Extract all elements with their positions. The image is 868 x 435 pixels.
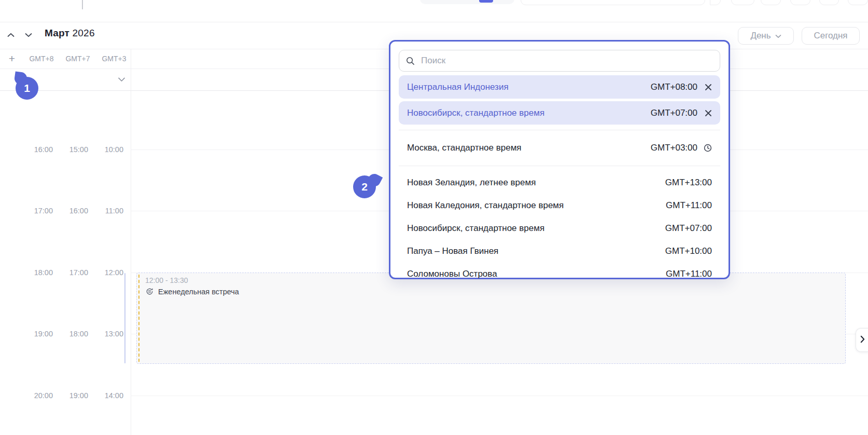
timezone-name: Папуа – Новая Гвинея <box>407 246 665 256</box>
time-label: 17:00 <box>17 205 53 216</box>
divider <box>399 166 720 166</box>
toolbar-button-fragment[interactable] <box>761 0 781 5</box>
remove-timezone-icon[interactable] <box>705 84 712 91</box>
timezone-offset: GMT+10:00 <box>665 246 712 256</box>
add-timezone-button[interactable]: + <box>5 51 19 66</box>
timezone-offset: GMT+11:00 <box>666 269 712 279</box>
next-day-button[interactable] <box>22 29 35 41</box>
timezone-offset: GMT+13:00 <box>665 178 712 188</box>
view-mode-label: День <box>750 31 771 41</box>
time-label: 17:00 <box>52 267 88 278</box>
selected-timezone-row[interactable]: Центральная Индонезия GMT+08:00 <box>399 75 720 99</box>
clock-icon <box>704 144 712 152</box>
timezone-name: Новая Зеландия, летнее время <box>407 178 665 188</box>
timezone-name: Новосибирск, стандартное время <box>407 108 651 118</box>
timezone-name: Центральная Индонезия <box>407 82 651 92</box>
time-axis-row: 16:00 15:00 10:00 <box>0 144 131 155</box>
event-color-accent <box>138 275 139 362</box>
today-label: Сегодня <box>814 31 847 41</box>
timezone-name: Новосибирск, стандартное время <box>407 223 665 234</box>
toolbar-button-fragment[interactable] <box>710 0 721 5</box>
timezone-search-input[interactable] <box>420 55 713 66</box>
time-label: 15:00 <box>52 144 88 155</box>
annotation-number: 2 <box>361 181 368 193</box>
chevron-down-icon <box>775 31 781 41</box>
time-label: 11:00 <box>87 205 123 216</box>
time-axis-row: 20:00 19:00 14:00 <box>0 390 131 401</box>
timezone-offset: GMT+11:00 <box>666 200 712 211</box>
expand-allday-button[interactable] <box>116 75 127 84</box>
year-label: 2026 <box>73 28 95 38</box>
timezone-option[interactable]: Соломоновы Острова GMT+11:00 <box>399 263 720 286</box>
time-label: 16:00 <box>17 144 53 155</box>
hour-gridline <box>131 396 868 396</box>
timezone-option[interactable]: Новая Зеландия, летнее время GMT+13:00 <box>399 171 720 194</box>
time-axis-divider <box>131 49 131 435</box>
annotation-step-1-badge: 1 <box>16 77 38 100</box>
toolbar-button-fragment[interactable] <box>848 0 868 5</box>
timezone-option[interactable]: Папуа – Новая Гвинея GMT+10:00 <box>399 240 720 263</box>
recurring-event-icon <box>145 287 154 296</box>
toolbar-active-indicator <box>479 0 493 3</box>
chevron-down-icon <box>25 31 32 39</box>
toolbar-search-fragment[interactable] <box>521 0 705 5</box>
event-time-range-marker <box>124 273 125 363</box>
time-label: 12:00 <box>87 267 123 278</box>
page-title: Март 2026 <box>45 28 95 39</box>
annotation-number: 1 <box>24 82 30 94</box>
timezone-name: Москва, стандартное время <box>407 143 651 153</box>
timezone-name: Соломоновы Острова <box>407 269 666 279</box>
time-label: 18:00 <box>52 328 88 339</box>
top-divider <box>0 22 868 22</box>
timezone-offset: GMT+03:00 <box>651 143 697 153</box>
toolbar-fragment-divider <box>82 0 83 9</box>
calendar-day-view: Март 2026 День Сегодня + GMT+8 GMT+7 GMT… <box>0 0 868 435</box>
view-mode-dropdown[interactable]: День <box>738 27 794 45</box>
time-label: 19:00 <box>17 328 53 339</box>
timezone-option[interactable]: Новая Каледония, стандартное время GMT+1… <box>399 194 720 217</box>
remove-timezone-icon[interactable] <box>705 110 712 117</box>
timezone-option[interactable]: Новосибирск, стандартное время GMT+07:00 <box>399 217 720 240</box>
timezone-offset: GMT+07:00 <box>665 223 712 234</box>
time-axis-row: 17:00 16:00 11:00 <box>0 205 131 216</box>
prev-day-button[interactable] <box>4 29 18 41</box>
time-label: 16:00 <box>52 205 88 216</box>
today-button[interactable]: Сегодня <box>802 27 860 45</box>
time-axis-row: 18:00 17:00 12:00 <box>0 267 131 278</box>
timezone-search-box[interactable] <box>399 50 720 72</box>
timezone-picker-popup: Центральная Индонезия GMT+08:00 Новосиби… <box>389 40 730 279</box>
scroll-right-button[interactable] <box>856 328 868 352</box>
timezone-offset: GMT+07:00 <box>651 108 697 118</box>
toolbar-segmented-control-fragment[interactable] <box>420 0 514 4</box>
chevron-down-icon <box>118 76 125 84</box>
divider <box>399 130 720 130</box>
time-label: 19:00 <box>52 390 88 401</box>
toolbar-button-fragment[interactable] <box>819 0 839 5</box>
timezone-column-header: GMT+7 <box>61 49 94 69</box>
annotation-step-2-badge: 2 <box>353 175 376 198</box>
time-label: 10:00 <box>87 144 123 155</box>
time-label: 18:00 <box>17 267 53 278</box>
event-weekly-meeting[interactable]: 12:00 - 13:30 Еженедельная встреча <box>136 273 846 364</box>
time-label: 14:00 <box>87 390 123 401</box>
selected-timezone-row[interactable]: Новосибирск, стандартное время GMT+07:00 <box>399 101 720 125</box>
timezone-name: Новая Каледония, стандартное время <box>407 200 666 211</box>
current-timezone-row[interactable]: Москва, стандартное время GMT+03:00 <box>399 135 720 160</box>
timezone-column-header: GMT+3 <box>97 49 131 69</box>
chevron-right-icon <box>860 335 865 345</box>
search-icon <box>406 57 415 65</box>
time-axis-row: 19:00 18:00 13:00 <box>0 328 131 339</box>
time-label: 20:00 <box>17 390 53 401</box>
timezone-column-header: GMT+8 <box>25 49 58 69</box>
event-title: Еженедельная встреча <box>158 288 239 296</box>
chevron-up-icon <box>7 31 15 39</box>
toolbar-button-fragment[interactable] <box>731 0 754 5</box>
toolbar-button-fragment[interactable] <box>790 0 810 5</box>
time-label: 13:00 <box>87 328 123 339</box>
month-label: Март <box>45 28 69 38</box>
timezone-offset: GMT+08:00 <box>651 82 697 92</box>
